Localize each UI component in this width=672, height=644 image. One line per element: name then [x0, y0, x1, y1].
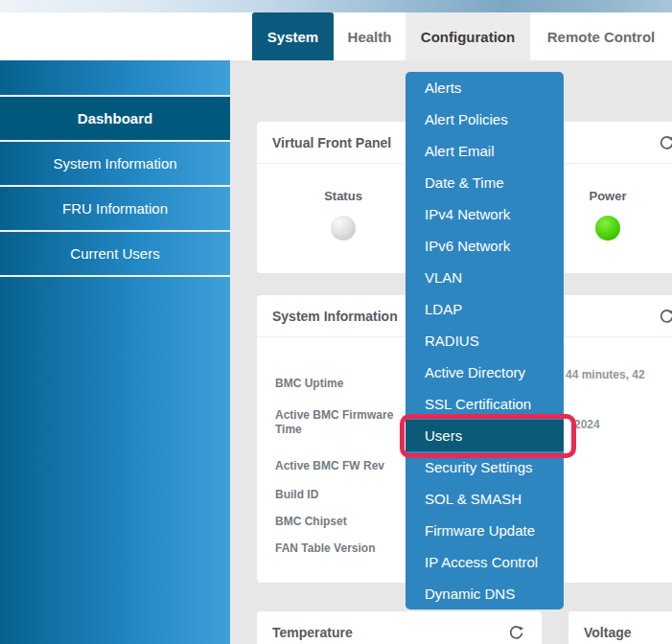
- menu-item-ipv4-network[interactable]: IPv4 Network: [406, 198, 564, 230]
- configuration-dropdown-menu: Alerts Alert Policies Alert Email Date &…: [406, 72, 564, 610]
- menu-item-users[interactable]: Users: [406, 420, 564, 451]
- temperature-title: Temperature: [272, 625, 353, 640]
- tab-system[interactable]: System: [252, 12, 334, 60]
- bmc-uptime-value: 44 minutes, 42: [566, 368, 645, 382]
- voltage-header: Voltage: [568, 611, 672, 644]
- virtual-front-panel-title: Virtual Front Panel: [272, 135, 391, 150]
- menu-item-dynamic-dns[interactable]: Dynamic DNS: [406, 578, 564, 610]
- status-indicator: Status: [300, 189, 386, 241]
- system-information-title: System Information: [272, 309, 398, 324]
- power-indicator: Power: [565, 189, 651, 241]
- menu-item-vlan[interactable]: VLAN: [406, 262, 564, 293]
- bmc-chipset-label: BMC Chipset: [275, 515, 347, 529]
- fan-table-version-label: FAN Table Version: [275, 541, 375, 556]
- voltage-card: Voltage: [568, 611, 672, 644]
- active-bmc-fw-rev-label: Active BMC FW Rev: [275, 459, 384, 473]
- sky-banner-image: [0, 0, 672, 12]
- menu-item-radius[interactable]: RADIUS: [406, 325, 564, 356]
- build-id-label: Build ID: [275, 488, 318, 502]
- menu-item-ip-access-control[interactable]: IP Access Control: [406, 546, 564, 578]
- power-indicator-label: Power: [565, 189, 651, 203]
- sidebar-item-current-users[interactable]: Current Users: [0, 232, 230, 277]
- power-led-on: [595, 216, 620, 241]
- voltage-title: Voltage: [584, 625, 632, 640]
- refresh-icon[interactable]: [659, 135, 672, 151]
- menu-item-sol-smash[interactable]: SOL & SMASH: [406, 483, 564, 515]
- menu-item-alert-policies[interactable]: Alert Policies: [406, 104, 564, 135]
- menu-item-date-time[interactable]: Date & Time: [406, 167, 564, 198]
- refresh-icon[interactable]: [508, 625, 524, 641]
- tab-remote-control[interactable]: Remote Control: [530, 12, 672, 60]
- bmc-uptime-label: BMC Uptime: [275, 377, 343, 391]
- temperature-header: Temperature: [257, 611, 542, 644]
- refresh-icon[interactable]: [659, 309, 672, 325]
- tab-health[interactable]: Health: [334, 12, 406, 60]
- menu-item-active-directory[interactable]: Active Directory: [406, 356, 564, 388]
- menu-item-alert-email[interactable]: Alert Email: [406, 135, 564, 167]
- bmc-dashboard-page: System Health Configuration Remote Contr…: [0, 0, 672, 644]
- top-navigation: System Health Configuration Remote Contr…: [0, 12, 672, 60]
- menu-item-firmware-update[interactable]: Firmware Update: [406, 515, 564, 546]
- menu-item-ldap[interactable]: LDAP: [406, 293, 564, 325]
- sidebar: Dashboard System Information FRU Informa…: [0, 60, 230, 644]
- menu-item-ssl-certification[interactable]: SSL Certification: [406, 388, 564, 420]
- status-indicator-label: Status: [300, 189, 386, 203]
- menu-item-ipv6-network[interactable]: IPv6 Network: [406, 230, 564, 262]
- active-bmc-firmware-time-label: Active BMC Firmware Time: [275, 408, 411, 437]
- sidebar-item-system-information[interactable]: System Information: [0, 142, 230, 187]
- active-bmc-firmware-time-value: 2024: [574, 418, 600, 432]
- sidebar-top-band: [0, 60, 230, 97]
- status-led-off: [331, 216, 356, 241]
- tab-configuration[interactable]: Configuration: [406, 12, 530, 60]
- sidebar-item-fru-information[interactable]: FRU Information: [0, 187, 230, 232]
- temperature-card: Temperature: [257, 611, 542, 644]
- menu-item-alerts[interactable]: Alerts: [406, 72, 564, 104]
- sidebar-item-dashboard[interactable]: Dashboard: [0, 97, 230, 142]
- menu-item-security-settings[interactable]: Security Settings: [406, 451, 564, 483]
